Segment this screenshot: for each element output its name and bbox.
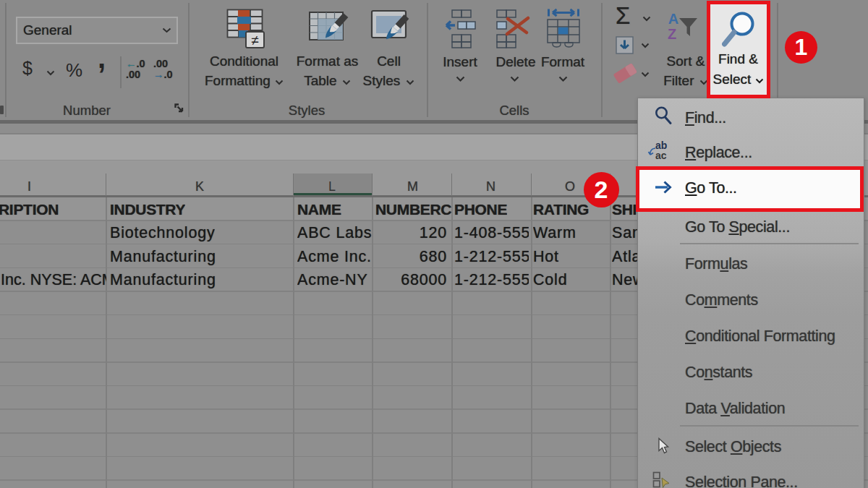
svg-text:Z: Z xyxy=(668,26,676,42)
svg-text:A: A xyxy=(668,11,678,27)
svg-text:≠: ≠ xyxy=(251,33,258,48)
